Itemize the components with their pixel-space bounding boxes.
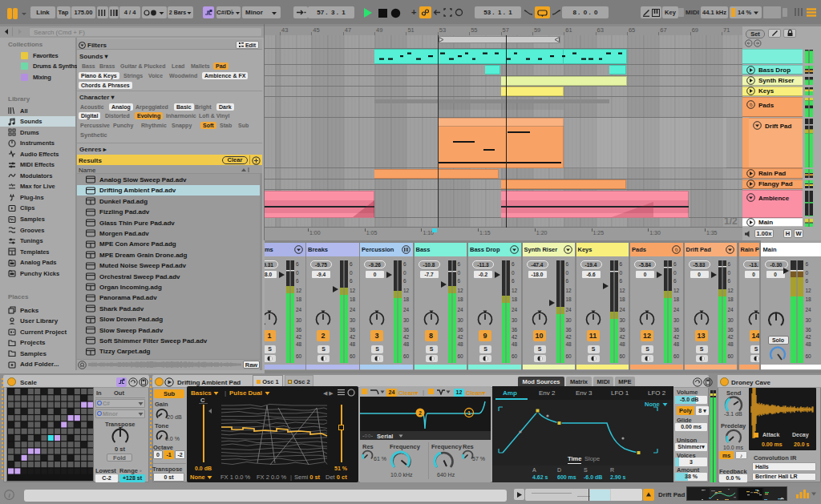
svg-text:0: 0 <box>749 102 754 107</box>
svg-text:0: 0 <box>673 247 678 252</box>
svg-text:1: 1 <box>467 410 471 416</box>
svg-text:i: i <box>8 492 10 499</box>
svg-text:2: 2 <box>419 410 422 416</box>
